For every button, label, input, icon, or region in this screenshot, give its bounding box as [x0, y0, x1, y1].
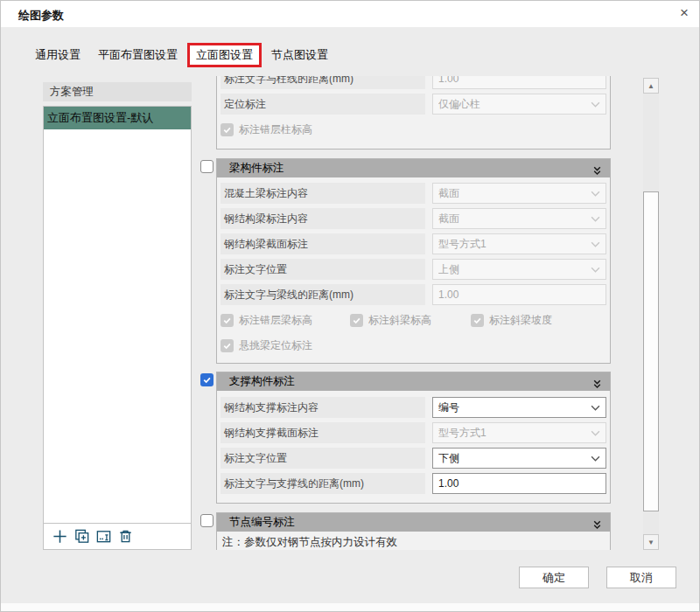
scrollbar[interactable]: ▲ ▼: [643, 78, 659, 550]
checkbox-label: 标注错层柱标高: [239, 122, 312, 137]
field-value: 型号方式1: [438, 237, 591, 252]
footer-strip: [1, 603, 699, 611]
tab-node[interactable]: 节点图设置: [263, 44, 336, 66]
select-钢结构支撑截面标注: 型号方式1: [432, 422, 606, 443]
scroll-down-icon[interactable]: ▼: [643, 534, 659, 550]
field-value: 下侧: [438, 451, 591, 466]
rename-icon[interactable]: [94, 527, 113, 546]
checkbox-悬挑梁定位标注: [220, 339, 234, 352]
checkbox-标注错层柱标高: [220, 123, 234, 136]
input-标注文字与支撑线的距离(mm)[interactable]: 1.00: [432, 473, 606, 494]
section-header-node-annot: 节点编号标注: [217, 513, 610, 532]
select-钢结构梁截面标注: 型号方式1: [432, 233, 606, 254]
setting-row: 混凝土梁标注内容截面: [220, 183, 606, 204]
section-header-brace-annot: 支撑构件标注: [217, 372, 610, 391]
setting-label: 标注文字与梁线的距离(mm): [220, 284, 425, 305]
select-混凝土梁标注内容: 截面: [432, 183, 606, 204]
section-checkbox-brace-annot[interactable]: [200, 373, 214, 386]
checkbox-标注斜梁标高: [350, 314, 363, 327]
section-title: 支撑构件标注: [229, 374, 592, 389]
checkbox-item: 标注错层柱标高: [220, 122, 350, 137]
section-title: 节点编号标注: [229, 515, 592, 530]
field-value: 上侧: [438, 262, 591, 277]
delete-icon[interactable]: [116, 527, 135, 546]
setting-label: 钢结构支撑标注内容: [220, 397, 425, 418]
chevron-down-icon: [591, 101, 600, 108]
checkbox-标注斜梁坡度: [471, 314, 484, 327]
checkbox-label: 标注错层梁标高: [239, 313, 312, 328]
checkbox-item: 标注错层梁标高: [220, 313, 350, 328]
drawing-parameters-dialog: 绘图参数 × 通用设置平面布置图设置立面图设置节点图设置 方案管理 立面布置图设…: [0, 0, 700, 612]
setting-label: 定位标注: [220, 94, 425, 115]
setting-row: 钢结构梁截面标注型号方式1: [220, 233, 606, 254]
chevron-down-icon: [591, 430, 600, 436]
input-标注文字与柱线的距离(mm): 1.00: [432, 76, 606, 89]
field-value: 编号: [438, 400, 591, 415]
setting-row: 定位标注仅偏心柱: [220, 94, 606, 115]
setting-row: 标注文字与支撑线的距离(mm)1.00: [220, 473, 606, 494]
setting-row: 钢结构支撑截面标注型号方式1: [220, 422, 606, 443]
scheme-list-item[interactable]: 立面布置图设置-默认: [44, 107, 191, 129]
select-钢结构支撑标注内容[interactable]: 编号: [432, 397, 606, 418]
setting-row: 标注文字位置下侧: [220, 448, 606, 469]
section-checkbox-node-annot[interactable]: [200, 514, 214, 527]
setting-label: 标注文字与支撑线的距离(mm): [220, 473, 425, 494]
add-icon[interactable]: [51, 527, 69, 546]
title-bar: 绘图参数 ×: [1, 1, 699, 27]
setting-label: 钢结构梁标注内容: [220, 208, 425, 229]
field-value: 1.00: [438, 289, 600, 301]
field-value: 型号方式1: [438, 426, 591, 441]
cancel-button[interactable]: 取消: [606, 567, 676, 588]
setting-label: 标注文字位置: [220, 448, 425, 469]
section-note: 注：参数仅对钢节点按内力设计有效: [222, 535, 606, 550]
chevron-down-icon: [591, 405, 600, 411]
chevron-down-icon: [591, 241, 600, 247]
settings-group-brace-annot: 支撑构件标注钢结构支撑标注内容编号钢结构支撑截面标注型号方式1标注文字位置下侧标…: [216, 372, 611, 504]
settings-group-beam-annot: 梁构件标注混凝土梁标注内容截面钢结构梁标注内容截面钢结构梁截面标注型号方式1标注…: [216, 158, 611, 364]
setting-row: 标注文字位置上侧: [220, 259, 606, 280]
checkbox-label: 标注斜梁坡度: [489, 313, 552, 328]
setting-label: 钢结构支撑截面标注: [220, 422, 425, 443]
settings-panel: 标注文字与柱线的距离(mm)1.00定位标注仅偏心柱标注错层柱标高梁构件标注混凝…: [199, 76, 640, 550]
setting-row: 钢结构梁标注内容截面: [220, 208, 606, 229]
scrollbar-thumb[interactable]: [643, 191, 659, 511]
checkbox-row: 标注错层柱标高: [220, 119, 606, 140]
select-标注文字位置[interactable]: 下侧: [432, 448, 606, 469]
tab-plan[interactable]: 平面布置图设置: [90, 44, 186, 66]
checkbox-label: 标注斜梁标高: [368, 313, 431, 328]
settings-group-column-annot: 标注文字与柱线的距离(mm)1.00定位标注仅偏心柱标注错层柱标高: [216, 76, 611, 150]
setting-row: 钢结构支撑标注内容编号: [220, 397, 606, 418]
duplicate-icon[interactable]: [73, 527, 91, 546]
setting-row: 标注文字与梁线的距离(mm)1.00: [220, 284, 606, 305]
checkbox-row: 悬挑梁定位标注: [220, 335, 606, 356]
collapse-icon[interactable]: [592, 518, 603, 528]
checkbox-item: 标注斜梁坡度: [471, 313, 602, 328]
chevron-down-icon: [591, 216, 600, 222]
checkbox-item: 悬挑梁定位标注: [220, 338, 350, 353]
field-value: 1.00: [438, 477, 600, 490]
section-checkbox-beam-annot[interactable]: [200, 160, 214, 173]
ok-button[interactable]: 确定: [519, 567, 589, 588]
scroll-up-icon[interactable]: ▲: [643, 78, 659, 94]
tab-elevation[interactable]: 立面图设置: [187, 43, 262, 67]
checkbox-标注错层梁标高: [220, 314, 234, 327]
dialog-title: 绘图参数: [18, 8, 64, 24]
checkbox-label: 悬挑梁定位标注: [239, 338, 312, 353]
collapse-icon[interactable]: [592, 163, 603, 174]
collapse-icon[interactable]: [592, 377, 603, 387]
chevron-down-icon: [591, 191, 600, 197]
scheme-manager-header: 方案管理: [43, 82, 192, 101]
select-定位标注: 仅偏心柱: [432, 94, 606, 115]
setting-row: 标注文字与柱线的距离(mm)1.00: [220, 76, 606, 89]
setting-label: 标注文字位置: [220, 259, 425, 280]
settings-group-node-annot: 节点编号标注注：参数仅对钢节点按内力设计有效: [216, 512, 611, 550]
checkbox-row: 标注错层梁标高标注斜梁标高标注斜梁坡度: [220, 309, 606, 330]
field-value: 截面: [438, 212, 591, 226]
select-钢结构梁标注内容: 截面: [432, 208, 606, 229]
field-value: 仅偏心柱: [438, 97, 591, 112]
tab-general[interactable]: 通用设置: [27, 44, 88, 66]
chevron-down-icon: [591, 267, 600, 273]
section-header-beam-annot: 梁构件标注: [217, 159, 610, 177]
close-icon[interactable]: ×: [680, 5, 689, 21]
tab-bar: 通用设置平面布置图设置立面图设置节点图设置: [27, 43, 338, 67]
